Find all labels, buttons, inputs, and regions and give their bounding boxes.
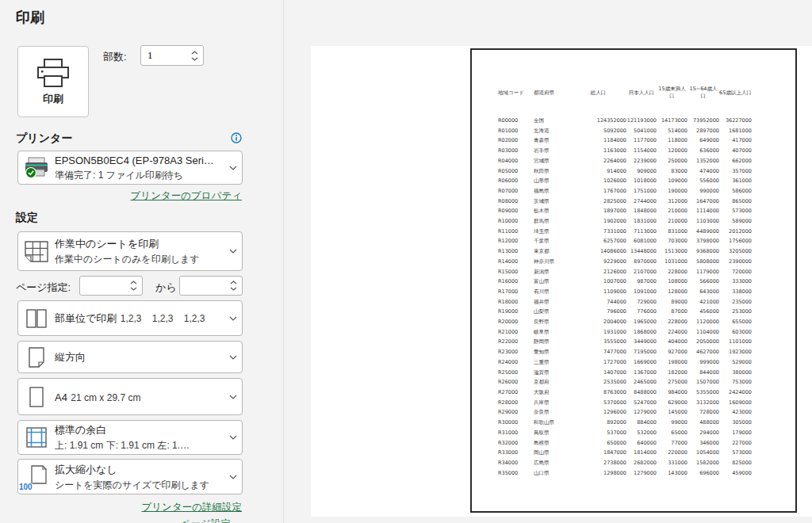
table-cell: 三重県: [534, 357, 570, 368]
table-row: R05000秋田県91400090900083000474000357000: [498, 166, 752, 177]
table-cell: 1154000: [626, 146, 657, 156]
paper-icon: [18, 386, 55, 408]
copies-stepper[interactable]: [140, 45, 204, 66]
preview-page: 地域コード 都道府県 総人口 日本人人口 15歳未満人口 15~64歳人口 65…: [470, 48, 797, 513]
table-cell: 294000: [688, 428, 719, 438]
chevron-down-icon: [130, 287, 137, 291]
table-cell: 2012000: [719, 227, 752, 237]
table-cell: 2744000: [626, 197, 657, 207]
page-to-spinner-arrows[interactable]: [228, 281, 238, 291]
table-cell: 1513000: [657, 246, 688, 257]
printer-select[interactable]: EPSON5B0EC4 (EP-978A3 Seri… 準備完了: 1 ファイル…: [17, 151, 243, 185]
table-cell: 4489000: [688, 227, 719, 237]
table-cell: 2738000: [570, 458, 626, 468]
table-cell: R34000: [498, 458, 534, 468]
table-cell: 865000: [719, 197, 752, 207]
table-cell: 1177000: [626, 136, 657, 146]
table-cell: 3205000: [719, 246, 752, 257]
table-row: R29000奈良県1296000127900014500072800042300…: [498, 407, 752, 418]
table-cell: 529000: [719, 357, 752, 368]
paper-size-select[interactable]: A4 21 cm x 29.7 cm: [17, 378, 243, 415]
copies-spinner-arrows[interactable]: [190, 51, 199, 61]
table-cell: 65000: [657, 428, 688, 438]
table-cell: R24000: [498, 357, 534, 368]
table-cell: R31000: [498, 428, 534, 438]
table-cell: 984000: [657, 387, 688, 398]
table-cell: 1114000: [688, 206, 719, 216]
table-cell: 589000: [719, 216, 752, 227]
table-cell: 2390000: [719, 257, 752, 267]
table-cell: 2535000: [570, 377, 626, 387]
page-range-to[interactable]: [179, 276, 243, 296]
table-cell: 253000: [719, 307, 752, 317]
col-header: 15~64歳人口: [688, 86, 719, 116]
page-from-spinner-arrows[interactable]: [128, 281, 138, 291]
page-setup-link[interactable]: ページ設定: [181, 517, 231, 523]
chevron-up-icon: [230, 281, 237, 284]
table-cell: 岐阜県: [534, 327, 570, 338]
table-row: R08000茨城県2825000274400031200016470008650…: [498, 197, 752, 207]
table-cell: 914000: [570, 166, 626, 177]
portrait-page-icon: [18, 346, 55, 368]
table-cell: 1848000: [626, 206, 657, 216]
print-dialog: { "title": "印刷", "toolbar": { "print_lab…: [0, 0, 812, 523]
table-cell: 5370000: [570, 398, 626, 408]
page-to-input[interactable]: [186, 280, 228, 292]
printer-properties-link[interactable]: プリンターのプロパティ: [131, 189, 242, 203]
table-cell: 1897000: [570, 206, 626, 216]
table-cell: 305000: [719, 418, 752, 428]
table-cell: R17000: [498, 287, 534, 297]
print-button[interactable]: 印刷: [17, 46, 89, 117]
table-cell: 全国: [534, 116, 570, 126]
scaling-subtitle: シートを実際のサイズで印刷します: [55, 479, 209, 491]
table-cell: R23000: [498, 347, 534, 357]
table-row: R06000山形県1026000101800010900055600036100…: [498, 176, 752, 186]
table-cell: 2264000: [570, 156, 626, 166]
table-row: R14000神奈川県922900089700001031000580800023…: [498, 257, 752, 267]
info-icon[interactable]: [231, 132, 242, 143]
table-cell: R11000: [498, 227, 534, 237]
table-cell: 4627000: [688, 347, 719, 357]
scale-100-icon: 100: [18, 465, 55, 489]
copies-input[interactable]: [147, 49, 190, 62]
table-row: R03000岩手県1163000115400012000063600040700…: [498, 146, 752, 156]
table-cell: 333000: [719, 277, 752, 287]
printer-device-icon: [18, 157, 55, 179]
table-cell: 417000: [719, 136, 752, 146]
table-cell: 312000: [657, 197, 688, 207]
print-what-select[interactable]: 作業中のシートを印刷 作業中のシートのみを印刷します: [17, 231, 243, 271]
scaling-select[interactable]: 100 拡大縮小なし シートを実際のサイズで印刷します: [17, 459, 243, 494]
table-cell: R06000: [498, 176, 534, 186]
orientation-select[interactable]: 縦方向: [17, 341, 243, 373]
table-cell: 鳥取県: [534, 428, 570, 438]
table-row: R35000山口県1298000127900014300069600045900…: [498, 468, 752, 479]
page-from-input[interactable]: [86, 280, 128, 292]
table-cell: 77000: [657, 438, 688, 449]
table-cell: 1184000: [570, 136, 626, 146]
margins-select[interactable]: 標準の余白 上: 1.91 cm 下: 1.91 cm 左: 1.…: [17, 420, 243, 455]
table-cell: 537000: [570, 428, 626, 438]
table-cell: 大阪府: [534, 387, 570, 398]
print-what-title: 作業中のシートを印刷: [55, 238, 159, 250]
page-range-from[interactable]: [79, 276, 143, 296]
table-cell: 210000: [657, 206, 688, 216]
collation-select[interactable]: 部単位で印刷 1,2,3 1,2,3 1,2,3: [17, 300, 243, 336]
table-row: R16000富山県1007000987000108000566000333000: [498, 277, 752, 287]
table-cell: 1868000: [626, 327, 657, 338]
paper-size-title: A4: [55, 391, 67, 403]
table-cell: 488000: [688, 418, 719, 428]
table-cell: 山梨県: [534, 307, 570, 317]
table-cell: 京都府: [534, 377, 570, 387]
table-cell: 長野県: [534, 317, 570, 327]
table-cell: 2682000: [626, 458, 657, 468]
chevron-down-icon: [230, 287, 237, 291]
table-cell: 山形県: [534, 176, 570, 186]
table-cell: 573000: [719, 448, 752, 458]
table-cell: 892000: [570, 418, 626, 428]
table-cell: 1007000: [570, 277, 626, 287]
table-header-row: 地域コード 都道府県 総人口 日本人人口 15歳未満人口 15~64歳人口 65…: [498, 86, 752, 116]
table-cell: 275000: [657, 377, 688, 387]
table-cell: 千葉県: [534, 236, 570, 246]
printer-advanced-settings-link[interactable]: プリンターの詳細設定: [142, 501, 242, 514]
table-cell: 566000: [688, 277, 719, 287]
